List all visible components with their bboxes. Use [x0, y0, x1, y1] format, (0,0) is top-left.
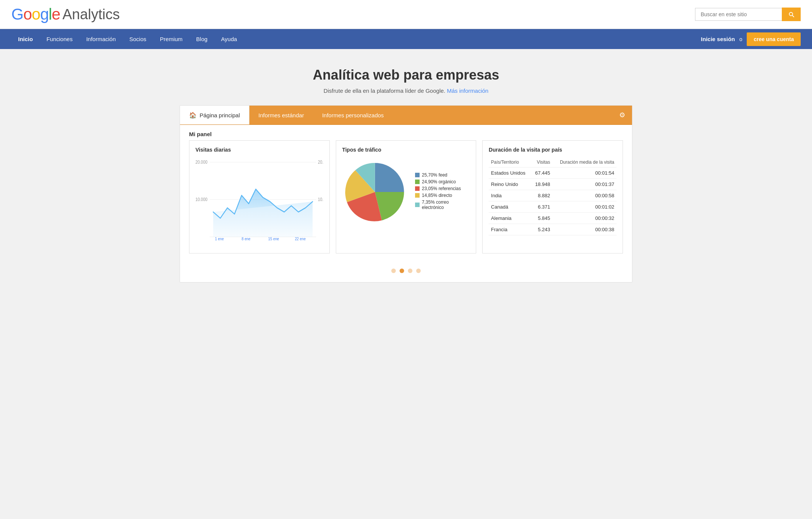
tab-home[interactable]: 🏠 Página principal [180, 106, 249, 124]
card-visitas-diarias: Visitas diarias 20.000 10.000 20.000 10.… [189, 140, 330, 253]
legend-dot-directo [415, 193, 420, 198]
table-cell: Canadá [489, 201, 531, 212]
legend-directo: 14,85% directo [415, 193, 470, 198]
cards-row: Visitas diarias 20.000 10.000 20.000 10.… [180, 140, 632, 263]
card-trafico-title: Tipos de tráfico [342, 147, 470, 153]
table-cell: Estados Unidos [489, 167, 531, 178]
legend-label-correo: 7,35% correo electrónico [422, 200, 470, 210]
table-row: Reino Unido18.94800:01:37 [489, 178, 617, 190]
nav-item-ayuda[interactable]: Ayuda [214, 29, 244, 49]
table-cell: 00:01:02 [552, 201, 617, 212]
search-button[interactable] [782, 8, 801, 21]
hero-title: Analítica web para empresas [8, 67, 804, 83]
nav-signin[interactable]: Inicie sesión [701, 36, 735, 42]
tab-informes-estandar[interactable]: Informes estándar [249, 106, 313, 124]
line-chart-svg: 20.000 10.000 20.000 10.000 1 ene 8 ene … [195, 158, 323, 241]
table-cell: 00:00:58 [552, 190, 617, 201]
card-duracion-visita: Duración de la visita por país País/Terr… [482, 140, 623, 253]
table-cell: 5.845 [531, 212, 552, 224]
header: Google Analytics [0, 0, 812, 29]
settings-gear[interactable]: ⚙ [612, 106, 632, 124]
legend-organico: 24,90% orgánico [415, 179, 470, 184]
nav-or: o [740, 36, 743, 42]
line-chart-area: 20.000 10.000 20.000 10.000 1 ene 8 ene … [195, 158, 323, 241]
col-pais: País/Territorio [489, 158, 531, 167]
legend-feed: 25,70% feed [415, 172, 470, 178]
dot-1[interactable] [391, 269, 396, 273]
hero-subtitle-text: Disfrute de ella en la plataforma líder … [324, 88, 446, 94]
legend-dot-organico [415, 180, 420, 184]
table-row: Estados Unidos67.44500:01:54 [489, 167, 617, 178]
legend-label-referencias: 23,05% referencias [422, 186, 461, 191]
tab-home-label: Página principal [200, 112, 240, 118]
table-cell: 00:00:38 [552, 224, 617, 235]
legend-label-feed: 25,70% feed [422, 172, 447, 178]
table-cell: 00:00:32 [552, 212, 617, 224]
legend-label-directo: 14,85% directo [422, 193, 452, 198]
dot-3[interactable] [408, 269, 412, 273]
col-visitas: Visitas [531, 158, 552, 167]
nav-item-socios[interactable]: Socios [123, 29, 153, 49]
home-icon: 🏠 [189, 112, 197, 119]
svg-text:20.000: 20.000 [318, 160, 323, 165]
table-cell: 8.882 [531, 190, 552, 201]
svg-text:15 ene: 15 ene [268, 236, 279, 241]
table-cell: 00:01:54 [552, 167, 617, 178]
svg-text:1 ene: 1 ene [215, 236, 224, 241]
search-input[interactable] [695, 8, 782, 21]
tab-informes-personalizados[interactable]: Informes personalizados [313, 106, 393, 124]
pie-legend: 25,70% feed 24,90% orgánico 23,05% refer… [415, 172, 470, 212]
dashboard: 🏠 Página principal Informes estándar Inf… [180, 105, 632, 283]
nav-right: Inicie sesión o cree una cuenta [701, 32, 801, 46]
legend-referencias: 23,05% referencias [415, 186, 470, 191]
svg-text:22 ene: 22 ene [295, 236, 306, 241]
legend-correo: 7,35% correo electrónico [415, 200, 470, 210]
panel-title: Mi panel [180, 125, 632, 140]
table-cell: Reino Unido [489, 178, 531, 190]
create-account-button[interactable]: cree una cuenta [747, 32, 801, 46]
visits-table: País/Territorio Visitas Duración media d… [489, 158, 617, 235]
search-bar [695, 8, 801, 21]
tab-informes-estandar-label: Informes estándar [258, 112, 304, 118]
card-duracion-title: Duración de la visita por país [489, 147, 617, 153]
table-cell: Francia [489, 224, 531, 235]
legend-label-organico: 24,90% orgánico [422, 179, 456, 184]
col-duracion: Duración media de la visita [552, 158, 617, 167]
nav-item-inicio[interactable]: Inicio [11, 29, 40, 49]
nav-item-informacion[interactable]: Información [79, 29, 122, 49]
nav-item-funciones[interactable]: Funciones [40, 29, 79, 49]
hero-subtitle: Disfrute de ella en la plataforma líder … [8, 88, 804, 94]
nav-left: Inicio Funciones Información Socios Prem… [11, 29, 244, 49]
nav-item-premium[interactable]: Premium [153, 29, 189, 49]
svg-text:8 ene: 8 ene [241, 236, 251, 241]
table-row: Alemania5.84500:00:32 [489, 212, 617, 224]
table-cell: 6.371 [531, 201, 552, 212]
table-cell: Alemania [489, 212, 531, 224]
svg-text:10.000: 10.000 [318, 197, 323, 202]
dot-2[interactable] [400, 269, 404, 273]
table-cell: 5.243 [531, 224, 552, 235]
svg-text:20.000: 20.000 [195, 160, 208, 165]
table-cell: 67.445 [531, 167, 552, 178]
dashboard-outer: ‹ › 🏠 Página principal Informes estándar… [0, 105, 812, 283]
svg-text:10.000: 10.000 [195, 197, 208, 202]
dashboard-tabs: 🏠 Página principal Informes estándar Inf… [180, 106, 632, 125]
pie-chart-svg [342, 158, 408, 226]
hero-more-info-link[interactable]: Más información [447, 88, 488, 94]
pie-wrap: 25,70% feed 24,90% orgánico 23,05% refer… [342, 158, 470, 226]
tab-informes-personalizados-label: Informes personalizados [322, 112, 384, 118]
logo: Google Analytics [11, 5, 120, 23]
table-cell: India [489, 190, 531, 201]
hero-section: Analítica web para empresas Disfrute de … [0, 49, 812, 105]
analytics-logo-text: Analytics [62, 6, 120, 23]
card-visitas-title: Visitas diarias [195, 147, 323, 153]
table-cell: 18.948 [531, 178, 552, 190]
legend-dot-referencias [415, 186, 420, 191]
google-logo-text: Google [11, 5, 60, 23]
legend-dot-correo [415, 203, 420, 207]
search-icon [788, 11, 795, 18]
dot-4[interactable] [416, 269, 421, 273]
nav-item-blog[interactable]: Blog [189, 29, 214, 49]
table-row: Francia5.24300:00:38 [489, 224, 617, 235]
main-nav: Inicio Funciones Información Socios Prem… [0, 29, 812, 49]
